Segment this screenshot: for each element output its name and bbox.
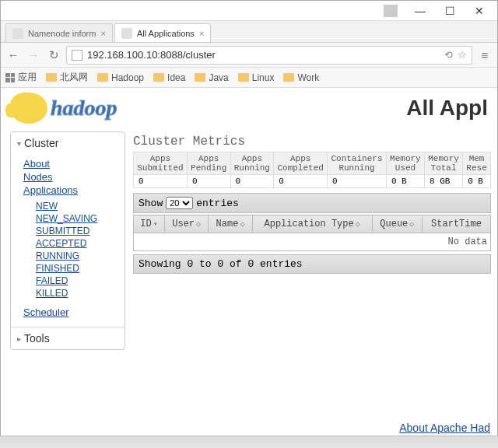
col-starttime[interactable]: StartTime: [423, 215, 491, 233]
sidebar-link-scheduler[interactable]: Scheduler: [23, 306, 112, 319]
status-bar: [0, 436, 498, 448]
translate-icon[interactable]: ⟲: [444, 49, 453, 61]
bookmark-apps[interactable]: 应用: [5, 71, 37, 84]
sidebar: ▾Cluster About Nodes Applications NEW NE…: [10, 131, 125, 350]
col-user[interactable]: User◇: [165, 215, 209, 233]
sidebar-link-failed[interactable]: FAILED: [36, 275, 112, 287]
col-apps-completed: Apps Completed: [274, 152, 328, 175]
entries-count-select[interactable]: 20: [166, 197, 193, 209]
entries-showing: Showing 0 to 0 of 0 entries: [133, 254, 491, 274]
col-apps-pending: Apps Pending: [187, 152, 230, 175]
reload-button[interactable]: ↻: [46, 47, 61, 63]
caret-icon: ▸: [17, 334, 21, 343]
sidebar-tools-header[interactable]: ▸Tools: [11, 327, 124, 349]
sidebar-link-running[interactable]: RUNNING: [36, 250, 112, 262]
logo-text: hadoop: [51, 96, 117, 121]
col-containers-running: Containers Running: [328, 152, 387, 175]
page-title: All Appl: [406, 96, 488, 121]
forward-button[interactable]: →: [26, 47, 41, 63]
apps-icon: [5, 73, 15, 82]
header-row: hadoop All Appl: [1, 88, 497, 131]
sidebar-link-accepted[interactable]: ACCEPTED: [36, 237, 112, 250]
folder-icon: [283, 73, 294, 82]
col-apptype[interactable]: Application Type◇: [252, 215, 372, 233]
bookmark-item[interactable]: Idea: [153, 72, 185, 83]
sidebar-link-newsaving[interactable]: NEW_SAVING: [36, 212, 112, 225]
table-row-empty: No data: [134, 233, 491, 251]
sort-icon: ◇: [196, 220, 201, 229]
footer: About Apache Had: [399, 422, 490, 434]
tab-label: All Applications: [137, 29, 195, 38]
folder-icon: [195, 73, 205, 82]
tab-namenode[interactable]: Namenode inform ×: [5, 23, 113, 42]
col-memory-used: Memory Used: [386, 152, 424, 175]
metrics-row: 0 0 0 0 0 0 B 8 GB 0 B: [134, 175, 491, 188]
sidebar-link-finished[interactable]: FINISHED: [36, 262, 112, 275]
hadoop-logo: hadoop: [10, 93, 117, 124]
entries-label: entries: [196, 198, 239, 209]
tab-bar: Namenode inform × All Applications ×: [1, 21, 497, 43]
elephant-icon: [10, 93, 47, 124]
main-content: Cluster Metrics Apps Submitted Apps Pend…: [133, 131, 491, 447]
bookmarks-bar: 应用 北风网 Hadoop Idea Java Linux Work: [1, 68, 497, 88]
maximize-button[interactable]: ☐: [435, 2, 465, 19]
bookmark-item[interactable]: 北风网: [46, 71, 88, 84]
sort-icon: ◇: [409, 220, 414, 229]
url-input[interactable]: 192.168.100.10:8088/cluster ⟲ ☆: [66, 46, 472, 65]
col-queue[interactable]: Queue◇: [372, 215, 422, 233]
tab-label: Namenode inform: [28, 29, 96, 38]
col-memory-reserved: Mem Rese: [463, 152, 491, 175]
sort-icon: ◇: [356, 220, 360, 229]
caret-icon: ▾: [17, 139, 21, 148]
applications-table: ID▾ User◇ Name◇ Application Type◇ Queue◇…: [133, 215, 491, 251]
star-icon[interactable]: ☆: [458, 49, 467, 61]
sidebar-cluster-header[interactable]: ▾Cluster: [11, 132, 124, 154]
sidebar-link-applications[interactable]: Applications: [23, 184, 112, 197]
window-titlebar: — ☐ ✕: [1, 1, 497, 21]
menu-button[interactable]: ≡: [477, 47, 493, 63]
col-memory-total: Memory Total: [424, 152, 462, 175]
bookmark-item[interactable]: Hadoop: [97, 72, 144, 83]
sidebar-link-killed[interactable]: KILLED: [36, 287, 112, 299]
col-apps-running: Apps Running: [230, 152, 274, 175]
folder-icon: [46, 73, 57, 82]
show-label: Show: [139, 198, 163, 209]
sidebar-link-new[interactable]: NEW: [36, 200, 112, 212]
page-icon: [72, 50, 82, 61]
folder-icon: [153, 73, 164, 82]
folder-icon: [238, 73, 249, 82]
metrics-title: Cluster Metrics: [133, 131, 491, 152]
metrics-table: Apps Submitted Apps Pending Apps Running…: [133, 152, 491, 188]
bookmark-item[interactable]: Java: [195, 72, 228, 83]
sidebar-link-about[interactable]: About: [23, 157, 112, 170]
col-apps-submitted: Apps Submitted: [134, 152, 188, 175]
no-data-cell: No data: [134, 233, 491, 251]
tab-applications[interactable]: All Applications ×: [114, 23, 211, 42]
url-text: 192.168.100.10:8088/cluster: [87, 49, 440, 61]
tab-favicon-icon: [121, 28, 132, 39]
tab-favicon-icon: [12, 28, 23, 39]
bookmark-item[interactable]: Linux: [238, 72, 275, 83]
tab-close-icon[interactable]: ×: [199, 29, 204, 38]
entries-length-control: Show 20 entries: [133, 193, 491, 213]
sort-desc-icon: ▾: [153, 220, 158, 229]
dropdown-indicator: [384, 5, 398, 17]
col-id[interactable]: ID▾: [134, 215, 165, 233]
sidebar-link-submitted[interactable]: SUBMITTED: [36, 225, 112, 237]
folder-icon: [97, 73, 108, 82]
address-bar: ← → ↻ 192.168.100.10:8088/cluster ⟲ ☆ ≡: [1, 43, 497, 68]
close-button[interactable]: ✕: [465, 2, 494, 19]
col-name[interactable]: Name◇: [209, 215, 252, 233]
tab-close-icon[interactable]: ×: [100, 29, 105, 38]
sidebar-link-nodes[interactable]: Nodes: [23, 170, 112, 184]
back-button[interactable]: ←: [5, 47, 21, 63]
about-link[interactable]: About Apache Had: [399, 422, 490, 434]
bookmark-item[interactable]: Work: [283, 72, 319, 83]
minimize-button[interactable]: —: [405, 2, 435, 19]
sort-icon: ◇: [240, 220, 244, 229]
